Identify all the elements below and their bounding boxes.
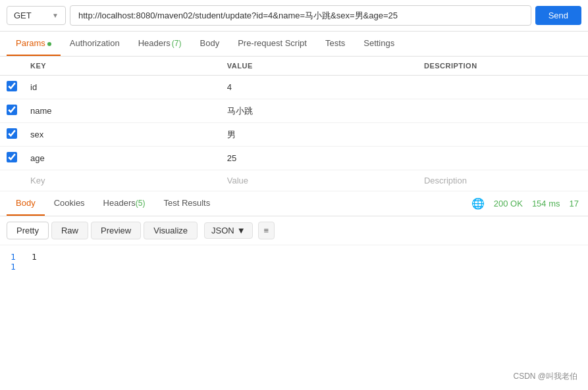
response-tab-headers[interactable]: Headers(5) [94, 191, 155, 216]
format-dropdown[interactable]: JSON ▼ [204, 222, 253, 239]
visualize-button[interactable]: Visualize [144, 222, 198, 239]
wrap-icon-button[interactable]: ≡ [258, 222, 275, 239]
response-tab-body[interactable]: Body [7, 191, 45, 216]
tab-pre-request-script[interactable]: Pre-request Script [228, 32, 316, 56]
response-json: 1 [32, 252, 37, 272]
chevron-down-icon: ▼ [237, 226, 246, 235]
raw-button[interactable]: Raw [51, 222, 88, 239]
line-numbers: 1 1 [11, 252, 21, 272]
send-button[interactable]: Send [535, 6, 581, 25]
row-2-checkbox[interactable] [7, 105, 17, 115]
response-toolbar: Pretty Raw Preview Visualize JSON ▼ ≡ [0, 216, 588, 245]
row-2-key: name [24, 99, 221, 123]
pretty-button[interactable]: Pretty [7, 222, 49, 239]
col-header-value: VALUE [221, 57, 417, 76]
table-row: name 马小跳 [0, 99, 588, 123]
response-size: 17 [570, 199, 579, 208]
tab-headers[interactable]: Headers(7) [129, 32, 191, 56]
table-row: age 25 [0, 147, 588, 170]
table-row: sex 男 [0, 123, 588, 147]
row-3-value: 男 [221, 123, 417, 147]
status-code: 200 OK [494, 199, 523, 208]
row-4-key: age [24, 147, 221, 170]
url-bar: GET ▼ Send [0, 0, 588, 32]
method-label: GET [14, 11, 32, 20]
params-section: KEY VALUE DESCRIPTION id 4 name 马小跳 sex [0, 57, 588, 191]
row-2-value: 马小跳 [221, 99, 417, 123]
row-1-key: id [24, 76, 221, 99]
response-status: 🌐 200 OK 154 ms 17 [471, 197, 581, 210]
response-time: 154 ms [532, 199, 560, 208]
tab-body[interactable]: Body [191, 32, 229, 56]
line-num-1: 1 [11, 252, 21, 262]
url-input[interactable] [70, 5, 531, 26]
wrap-icon: ≡ [264, 226, 269, 235]
row-1-description [417, 76, 588, 99]
tab-settings[interactable]: Settings [354, 32, 404, 56]
method-dropdown[interactable]: GET ▼ [7, 6, 66, 25]
col-header-key: KEY [24, 57, 221, 76]
row-4-description [417, 147, 588, 170]
headers-badge: (5) [136, 199, 146, 208]
request-tabs-bar: Params Authorization Headers(7) Body Pre… [0, 32, 588, 57]
format-label: JSON [211, 226, 234, 235]
preview-button[interactable]: Preview [91, 222, 141, 239]
placeholder-value: Value [221, 170, 417, 191]
row-1-value: 4 [221, 76, 417, 99]
response-tabs-bar: Body Cookies Headers(5) Test Results 🌐 2… [0, 191, 588, 216]
placeholder-key: Key [24, 170, 221, 191]
response-content: 1 1 1 [0, 245, 588, 278]
row-4-checkbox[interactable] [7, 152, 17, 162]
row-2-description [417, 99, 588, 123]
chevron-down-icon: ▼ [52, 12, 59, 19]
line-num-2: 1 [11, 262, 21, 272]
row-3-key: sex [24, 123, 221, 147]
params-table: KEY VALUE DESCRIPTION id 4 name 马小跳 sex [0, 57, 588, 191]
globe-icon: 🌐 [471, 197, 485, 210]
row-1-checkbox[interactable] [7, 81, 17, 91]
row-3-checkbox[interactable] [7, 128, 17, 139]
response-tab-test-results[interactable]: Test Results [154, 191, 219, 216]
tab-params[interactable]: Params [7, 32, 61, 56]
tab-authorization[interactable]: Authorization [61, 32, 129, 56]
table-row: id 4 [0, 76, 588, 99]
tab-tests[interactable]: Tests [316, 32, 354, 56]
response-tab-cookies[interactable]: Cookies [45, 191, 94, 216]
params-dot [47, 42, 51, 46]
col-header-checkbox [0, 57, 24, 76]
placeholder-description: Description [417, 170, 588, 191]
row-4-value: 25 [221, 147, 417, 170]
table-row-placeholder: Key Value Description [0, 170, 588, 191]
col-header-description: DESCRIPTION [417, 57, 588, 76]
row-3-description [417, 123, 588, 147]
